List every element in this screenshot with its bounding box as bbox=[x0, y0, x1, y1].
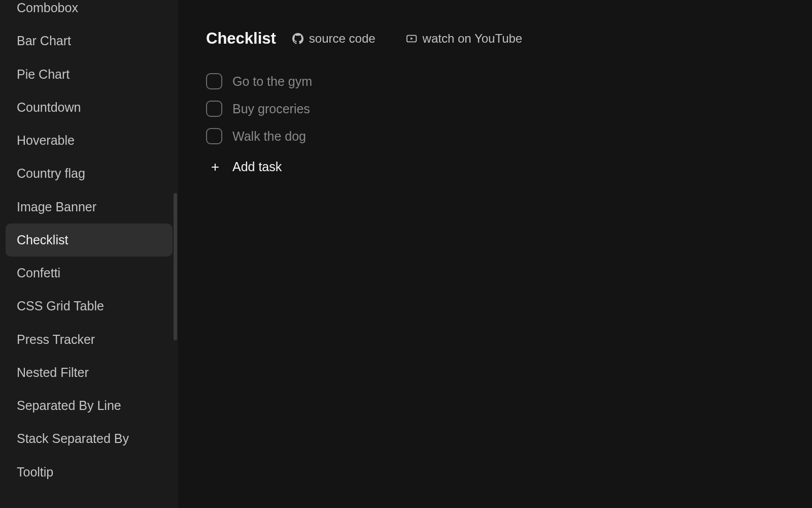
source-code-link[interactable]: source code bbox=[292, 31, 376, 46]
sidebar-item-combobox[interactable]: Combobox bbox=[6, 0, 173, 24]
page-header: Checklist source code watch on YouTube bbox=[206, 29, 784, 48]
sidebar-item-countdown[interactable]: Countdown bbox=[6, 91, 173, 124]
sidebar-item-label: Confetti bbox=[17, 266, 60, 280]
sidebar-item-nested-filter[interactable]: Nested Filter bbox=[6, 356, 173, 389]
sidebar-item-css-grid-table[interactable]: CSS Grid Table bbox=[6, 290, 173, 323]
page-title: Checklist bbox=[206, 29, 276, 48]
sidebar-item-press-tracker[interactable]: Press Tracker bbox=[6, 323, 173, 356]
sidebar-item-pie-chart[interactable]: Pie Chart bbox=[6, 58, 173, 91]
sidebar-item-label: Press Tracker bbox=[17, 332, 95, 346]
sidebar-item-bar-chart[interactable]: Bar Chart bbox=[6, 24, 173, 57]
sidebar-item-label: Pie Chart bbox=[17, 67, 70, 81]
add-task-button[interactable]: + Add task bbox=[206, 160, 784, 174]
checkbox[interactable] bbox=[206, 101, 222, 117]
sidebar-item-checklist[interactable]: Checklist bbox=[6, 224, 173, 257]
task-label: Go to the gym bbox=[232, 74, 312, 89]
plus-icon: + bbox=[208, 160, 222, 174]
checkbox[interactable] bbox=[206, 73, 222, 89]
sidebar-item-tooltip[interactable]: Tooltip bbox=[6, 456, 173, 489]
add-task-label: Add task bbox=[232, 160, 282, 174]
sidebar-item-label: CSS Grid Table bbox=[17, 299, 104, 313]
sidebar-item-label: Countdown bbox=[17, 100, 81, 114]
main-content: Checklist source code watch on YouTube G… bbox=[178, 0, 812, 508]
source-code-label: source code bbox=[309, 31, 376, 46]
sidebar-item-label: Bar Chart bbox=[17, 34, 71, 48]
sidebar: Combobox Bar Chart Pie Chart Countdown H… bbox=[0, 0, 178, 508]
youtube-link[interactable]: watch on YouTube bbox=[406, 31, 523, 46]
sidebar-item-image-banner[interactable]: Image Banner bbox=[6, 190, 173, 224]
sidebar-item-label: Tooltip bbox=[17, 465, 53, 479]
sidebar-item-label: Nested Filter bbox=[17, 365, 89, 379]
github-icon bbox=[292, 33, 303, 44]
checkbox[interactable] bbox=[206, 128, 222, 144]
task-item[interactable]: Buy groceries bbox=[206, 101, 784, 117]
sidebar-item-label: Country flag bbox=[17, 166, 85, 180]
task-list: Go to the gym Buy groceries Walk the dog… bbox=[206, 73, 784, 174]
sidebar-item-label: Hoverable bbox=[17, 133, 75, 147]
task-label: Walk the dog bbox=[232, 129, 306, 144]
sidebar-item-hoverable[interactable]: Hoverable bbox=[6, 124, 173, 157]
sidebar-item-label: Combobox bbox=[17, 1, 78, 15]
sidebar-item-country-flag[interactable]: Country flag bbox=[6, 157, 173, 190]
task-item[interactable]: Walk the dog bbox=[206, 128, 784, 144]
sidebar-item-label: Stack Separated By bbox=[17, 431, 129, 446]
sidebar-item-stack-separated-by[interactable]: Stack Separated By bbox=[6, 422, 173, 455]
sidebar-item-confetti[interactable]: Confetti bbox=[6, 257, 173, 290]
sidebar-item-separated-by-line[interactable]: Separated By Line bbox=[6, 389, 173, 422]
task-item[interactable]: Go to the gym bbox=[206, 73, 784, 89]
sidebar-scrollbar[interactable] bbox=[173, 0, 178, 508]
task-label: Buy groceries bbox=[232, 102, 310, 116]
sidebar-item-label: Checklist bbox=[17, 233, 68, 247]
sidebar-item-label: Image Banner bbox=[17, 200, 96, 214]
scrollbar-thumb[interactable] bbox=[174, 193, 177, 340]
sidebar-item-label: Separated By Line bbox=[17, 398, 121, 412]
youtube-icon bbox=[406, 33, 417, 44]
sidebar-list: Combobox Bar Chart Pie Chart Countdown H… bbox=[6, 0, 173, 489]
youtube-label: watch on YouTube bbox=[423, 31, 523, 46]
